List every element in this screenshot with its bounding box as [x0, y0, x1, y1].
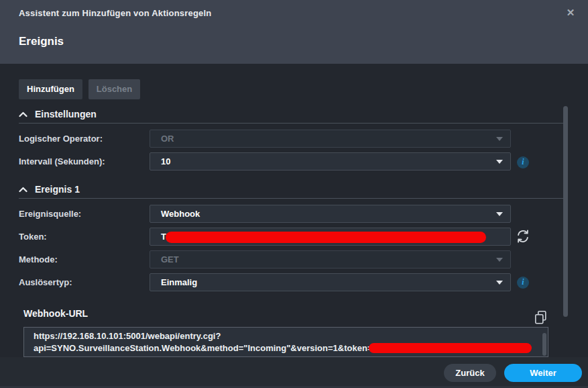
chevron-down-icon	[496, 281, 503, 285]
method-value: GET	[161, 254, 179, 264]
action-rule-wizard-dialog: Assistent zum Hinzufügen von Aktionsrege…	[0, 0, 588, 388]
section-title-settings: Einstellungen	[35, 109, 97, 119]
interval-value: 10	[161, 156, 170, 166]
trigger-type-label: Auslösertyp:	[19, 277, 72, 287]
chevron-down-icon	[496, 258, 503, 262]
webhook-url-title: Webhook-URL	[23, 308, 88, 319]
chevron-down-icon	[496, 212, 503, 216]
interval-label: Intervall (Sekunden):	[19, 156, 105, 166]
delete-button[interactable]: Löschen	[89, 79, 140, 99]
chevron-down-icon	[496, 160, 503, 164]
event-source-select[interactable]: Webhook	[150, 205, 511, 223]
logical-operator-label: Logischer Operator:	[19, 134, 103, 144]
dialog-scrollbar-thumb[interactable]	[563, 106, 568, 317]
info-icon[interactable]: i	[517, 156, 529, 168]
dialog-footer: Zurück Weiter	[0, 357, 588, 388]
redaction-bar	[166, 232, 486, 243]
event-source-label: Ereignisquelle:	[19, 209, 81, 219]
textarea-scrollbar-thumb[interactable]	[542, 333, 546, 356]
copy-icon[interactable]	[534, 310, 548, 328]
divider	[19, 123, 565, 124]
section-header-event1[interactable]: Ereignis 1	[19, 183, 80, 195]
webhook-url-line2: api=SYNO.SurveillanceStation.Webhook&met…	[34, 343, 377, 353]
refresh-token-icon[interactable]	[516, 229, 530, 246]
section-header-settings[interactable]: Einstellungen	[19, 108, 97, 120]
section-title-event1: Ereignis 1	[35, 184, 80, 195]
chevron-up-icon	[19, 108, 27, 120]
method-label: Methode:	[19, 254, 58, 264]
add-button[interactable]: Hinzufügen	[19, 79, 82, 99]
trigger-type-select[interactable]: Einmalig	[150, 273, 511, 291]
event-source-value: Webhook	[161, 209, 200, 219]
redaction-bar	[369, 343, 532, 353]
chevron-down-icon	[496, 137, 503, 141]
back-button[interactable]: Zurück	[444, 364, 496, 382]
chevron-up-icon	[19, 183, 27, 195]
next-button[interactable]: Weiter	[504, 364, 582, 382]
dialog-title: Assistent zum Hinzufügen von Aktionsrege…	[19, 8, 211, 18]
trigger-type-value: Einmalig	[161, 277, 197, 287]
info-icon[interactable]: i	[517, 277, 529, 289]
dialog-header: Assistent zum Hinzufügen von Aktionsrege…	[0, 0, 588, 64]
webhook-url-line1: https://192.168.10.101:5001/webapi/entry…	[34, 331, 221, 341]
step-title: Ereignis	[19, 35, 64, 48]
interval-select[interactable]: 10	[150, 152, 511, 171]
divider	[19, 198, 565, 199]
logical-operator-value: OR	[161, 134, 174, 144]
logical-operator-select: OR	[150, 130, 511, 148]
close-icon[interactable]: ✕	[564, 6, 577, 19]
token-label: Token:	[19, 232, 47, 242]
method-select: GET	[150, 250, 511, 269]
